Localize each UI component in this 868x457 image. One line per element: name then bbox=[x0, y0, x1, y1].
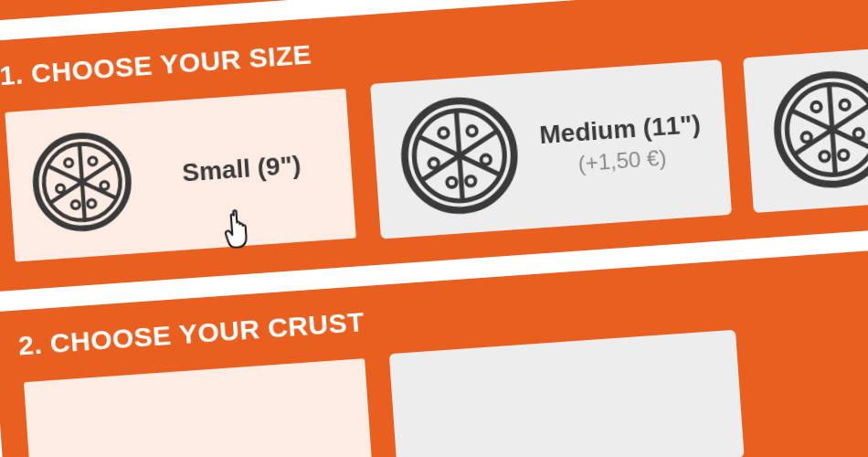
svg-point-29 bbox=[801, 133, 811, 143]
svg-point-16 bbox=[439, 128, 449, 138]
size-option-label: Small (9") bbox=[181, 151, 302, 188]
svg-point-10 bbox=[88, 199, 96, 207]
size-option-small[interactable]: Small (9") bbox=[2, 86, 359, 265]
size-section: 1. Choose Your Size bbox=[0, 0, 868, 292]
crust-option[interactable] bbox=[389, 330, 745, 457]
svg-point-30 bbox=[853, 129, 863, 139]
svg-point-31 bbox=[820, 152, 830, 162]
svg-point-6 bbox=[89, 157, 97, 165]
svg-point-8 bbox=[101, 181, 109, 189]
svg-point-17 bbox=[467, 126, 477, 136]
svg-point-7 bbox=[56, 185, 64, 193]
pointer-cursor-icon bbox=[220, 205, 259, 253]
svg-point-27 bbox=[811, 101, 821, 112]
svg-point-5 bbox=[64, 159, 72, 167]
svg-point-18 bbox=[429, 158, 439, 168]
svg-point-32 bbox=[838, 150, 848, 160]
size-option-label: Medium (11") bbox=[538, 110, 701, 150]
svg-point-19 bbox=[481, 154, 491, 165]
crust-option[interactable] bbox=[21, 356, 376, 457]
app-window: 1. Choose Your Size bbox=[0, 0, 868, 457]
size-option-large[interactable]: Large (13") (+3,00 €) bbox=[743, 34, 868, 213]
pizza-icon bbox=[28, 129, 135, 236]
page-content: 1. Choose Your Size bbox=[0, 0, 868, 457]
svg-point-21 bbox=[466, 176, 476, 186]
pizza-icon bbox=[768, 66, 868, 193]
size-option-price: (+1,50 €) bbox=[577, 145, 667, 177]
size-option-medium[interactable]: Medium (11") (+1,50 €) bbox=[370, 59, 732, 239]
svg-point-28 bbox=[840, 100, 850, 110]
svg-point-9 bbox=[71, 200, 79, 208]
pizza-icon bbox=[396, 92, 523, 219]
svg-point-20 bbox=[447, 177, 457, 187]
